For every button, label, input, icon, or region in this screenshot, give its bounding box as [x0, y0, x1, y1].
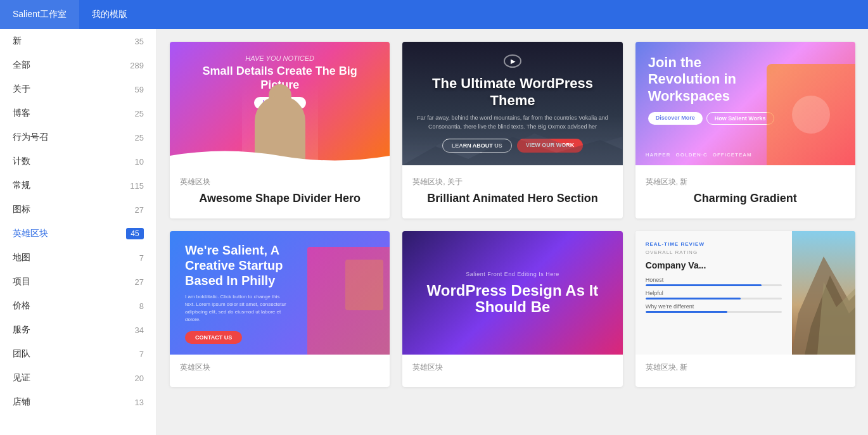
sidebar-label: 新	[13, 35, 22, 47]
card-wordpress-design: Salient Front End Editing Is Here WordPr…	[402, 231, 622, 387]
sidebar-count: 35	[135, 37, 144, 46]
card-brilliant-animated: The Ultimate WordPress Theme Far far awa…	[402, 42, 622, 218]
card2-image: The Ultimate WordPress Theme Far far awa…	[402, 42, 622, 165]
card6-label1: REAL-TIME REVIEW	[646, 241, 782, 247]
sidebar-count: 27	[135, 205, 144, 215]
card2-title-text: Brilliant Animated Hero Section	[412, 191, 612, 206]
card4-title: We're Salient, A Creative Startup Based …	[185, 243, 290, 288]
sidebar-count: 7	[139, 350, 144, 359]
main-layout: 新35全部289关于59博客25行为号召25计数10常规115图标27英雄区块4…	[0, 29, 868, 435]
card2-main-text: The Ultimate WordPress Theme	[415, 75, 610, 109]
sidebar-count: 59	[135, 85, 144, 94]
card-awesome-shape: HAVE YOU NOTICED Small Details Create Th…	[170, 42, 390, 218]
card3-title-text: Charming Gradient	[646, 191, 845, 206]
card3-btn2[interactable]: How Salient Works	[706, 112, 774, 125]
card1-tag: 英雄区块	[180, 177, 380, 187]
review-item-2: Helpful	[646, 290, 782, 299]
card4-tag: 英雄区块	[180, 362, 380, 373]
sidebar-count: 13	[135, 398, 144, 407]
sidebar: 新35全部289关于59博客25行为号召25计数10常规115图标27英雄区块4…	[0, 29, 157, 435]
sidebar-count: 25	[135, 133, 144, 142]
sidebar-label: 关于	[13, 84, 30, 95]
mountain-svg	[792, 231, 855, 355]
sidebar-item-常规[interactable]: 常规115	[0, 173, 156, 198]
sidebar-item-全部[interactable]: 全部289	[0, 53, 156, 77]
card4-person	[307, 247, 390, 355]
sidebar-item-行为号召[interactable]: 行为号召25	[0, 125, 156, 149]
card3-body: 英雄区块, 新 Charming Gradient	[635, 165, 855, 218]
card6-right	[792, 231, 855, 355]
card5-small: Salient Front End Editing Is Here	[466, 271, 559, 277]
card1-image: HAVE YOU NOTICED Small Details Create Th…	[170, 42, 390, 165]
card3-btn1[interactable]: Discover More	[648, 112, 703, 125]
card4-btn[interactable]: CONTACT US	[185, 331, 242, 344]
sidebar-item-团队[interactable]: 团队7	[0, 342, 156, 366]
card3-headline: Join the Revolution in Workspaces	[648, 54, 755, 104]
sidebar-item-项目[interactable]: 项目27	[0, 270, 156, 294]
card6-company: Company Va...	[646, 260, 782, 270]
sidebar-label: 图标	[13, 204, 30, 215]
sidebar-item-服务[interactable]: 服务34	[0, 318, 156, 342]
review-fill-1	[646, 284, 762, 286]
logo3: Officeteam	[713, 152, 752, 158]
card6-bg: REAL-TIME REVIEW OVERALL RATING Company …	[635, 231, 855, 355]
review-fill-3	[646, 311, 727, 313]
card6-image: REAL-TIME REVIEW OVERALL RATING Company …	[635, 231, 855, 355]
card3-logos: HARPER GOLDEN·C Officeteam	[646, 152, 752, 158]
sidebar-label: 行为号召	[13, 132, 48, 143]
card1-body: 英雄区块 Awesome Shape Divider Hero	[170, 165, 390, 218]
review-bar-1	[646, 284, 782, 286]
top-nav: Salient工作室 我的模版	[0, 0, 868, 29]
card4-bg: We're Salient, A Creative Startup Based …	[170, 231, 390, 355]
sidebar-item-见证[interactable]: 见证20	[0, 366, 156, 390]
sidebar-item-价格[interactable]: 价格8	[0, 294, 156, 318]
sidebar-count: 20	[135, 374, 144, 383]
card6-mountain-bg	[792, 231, 855, 355]
tab-salient-workspace[interactable]: Salient工作室	[0, 0, 79, 29]
sidebar-item-博客[interactable]: 博客25	[0, 101, 156, 125]
sidebar-count: 25	[135, 109, 144, 118]
sidebar-count: 27	[135, 277, 144, 287]
card6-label2: OVERALL RATING	[646, 249, 782, 255]
sidebar-item-图标[interactable]: 图标27	[0, 198, 156, 222]
sidebar-item-新[interactable]: 新35	[0, 29, 156, 53]
sidebar-label: 团队	[13, 348, 30, 360]
sidebar-label: 地图	[13, 252, 30, 263]
card1-tagline: HAVE YOU NOTICED	[245, 54, 314, 62]
card-charming-gradient: Join the Revolution in Workspaces Discov…	[635, 42, 855, 218]
logo2: GOLDEN·C	[675, 152, 707, 158]
main-content: HAVE YOU NOTICED Small Details Create Th…	[157, 29, 868, 435]
sidebar-item-关于[interactable]: 关于59	[0, 77, 156, 101]
svg-marker-1	[402, 137, 622, 165]
desk-silhouette	[792, 96, 830, 134]
card4-sub: I am bold/italic. Click button to change…	[185, 293, 290, 324]
sidebar-label: 服务	[13, 324, 30, 336]
card5-title: WordPress Design As It Should Be	[415, 282, 610, 316]
card2-tag: 英雄区块, 关于	[412, 177, 612, 187]
tab-my-templates[interactable]: 我的模版	[79, 0, 140, 29]
sidebar-label: 常规	[13, 180, 30, 191]
card5-body: 英雄区块	[402, 355, 622, 387]
sidebar-count: 34	[135, 325, 144, 335]
card2-play-icon[interactable]	[504, 54, 521, 68]
review-label-1: Honest	[646, 277, 782, 283]
card1-bg: HAVE YOU NOTICED Small Details Create Th…	[170, 42, 390, 165]
sidebar-item-计数[interactable]: 计数10	[0, 149, 156, 173]
sidebar-item-地图[interactable]: 地图7	[0, 246, 156, 270]
card3-person	[767, 64, 855, 165]
sidebar-label: 价格	[13, 300, 30, 312]
card-company: REAL-TIME REVIEW OVERALL RATING Company …	[635, 231, 855, 387]
sidebar-count: 10	[135, 157, 144, 167]
review-item-1: Honest	[646, 277, 782, 286]
card4-body: 英雄区块	[170, 355, 390, 387]
sidebar-item-英雄区块[interactable]: 英雄区块45	[0, 222, 156, 246]
sidebar-count: 289	[130, 61, 144, 70]
card5-tag: 英雄区块	[412, 362, 612, 373]
review-fill-2	[646, 298, 741, 299]
sidebar-item-店铺[interactable]: 店铺13	[0, 390, 156, 414]
card3-tag: 英雄区块, 新	[646, 177, 845, 187]
review-label-2: Helpful	[646, 290, 782, 296]
review-item-3: Why we're different	[646, 303, 782, 313]
sidebar-label: 见证	[13, 372, 30, 384]
card6-body: 英雄区块, 新	[635, 355, 855, 387]
